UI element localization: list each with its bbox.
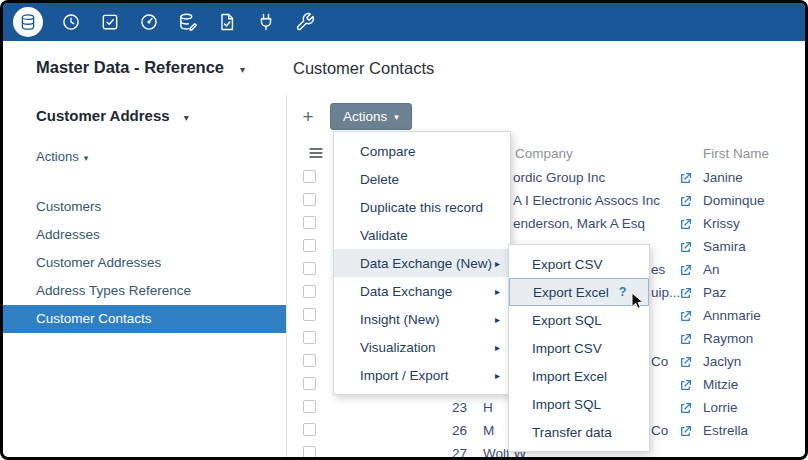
menu-item-visualization[interactable]: Visualization▸ — [334, 333, 510, 361]
menu-item-label: Duplicate this record — [360, 200, 483, 215]
company-cell: uip... — [651, 281, 680, 304]
sidebar-section-label: Customer Address — [36, 107, 170, 124]
data-exchange-submenu: Export CSVExport Excel?Export SQLImport … — [508, 244, 650, 452]
row-checkbox[interactable] — [303, 446, 316, 457]
row-checkbox[interactable] — [303, 170, 316, 183]
external-link-icon[interactable] — [679, 355, 692, 368]
external-link-icon[interactable] — [679, 286, 692, 299]
external-link-icon[interactable] — [679, 217, 692, 230]
first-name-cell: Krissy — [703, 212, 740, 235]
menu-item-label: Data Exchange (New) — [360, 256, 492, 271]
submenu-item-export-sql[interactable]: Export SQL — [509, 306, 649, 334]
add-button[interactable]: + — [295, 105, 321, 129]
menu-item-validate[interactable]: Validate — [334, 221, 510, 249]
submenu-item-label: Export Excel — [533, 285, 609, 300]
menu-item-label: Delete — [360, 172, 399, 187]
chevron-down-icon: ▾ — [84, 153, 89, 163]
menu-item-compare[interactable]: Compare — [334, 137, 510, 165]
sidebar-actions-button[interactable]: Actions▾ — [36, 149, 88, 164]
sidebar-item-customers[interactable]: Customers — [3, 193, 286, 221]
first-name-cell: Jaclyn — [703, 350, 741, 373]
chevron-down-icon: ▾ — [394, 112, 399, 122]
external-link-icon[interactable] — [679, 378, 692, 391]
column-header-first-name[interactable]: First Name — [703, 146, 769, 161]
help-icon[interactable]: ? — [619, 285, 627, 299]
row-checkbox[interactable] — [303, 216, 316, 229]
sidebar-item-customer-addresses[interactable]: Customer Addresses — [3, 249, 286, 277]
database-edit-icon[interactable] — [177, 11, 199, 33]
sidebar-item-addresses[interactable]: Addresses — [3, 221, 286, 249]
sidebar-item-address-types-reference[interactable]: Address Types Reference — [3, 277, 286, 305]
submenu-item-label: Export SQL — [532, 313, 602, 328]
company-cell: enderson, Mark A Esq — [513, 212, 645, 235]
first-name-cell: Samira — [703, 235, 746, 258]
submenu-item-export-csv[interactable]: Export CSV — [509, 250, 649, 278]
check-square-icon[interactable] — [99, 11, 121, 33]
submenu-arrow-icon: ▸ — [495, 286, 500, 297]
row-checkbox[interactable] — [303, 262, 316, 275]
row-checkbox[interactable] — [303, 308, 316, 321]
external-link-icon[interactable] — [679, 194, 692, 207]
menu-item-delete[interactable]: Delete — [334, 165, 510, 193]
gauge-icon[interactable] — [138, 11, 160, 33]
database-icon[interactable] — [13, 7, 43, 37]
module-title-label: Master Data - Reference — [36, 58, 224, 76]
column-header-company[interactable]: Company — [515, 146, 573, 161]
external-link-icon[interactable] — [679, 332, 692, 345]
row-checkbox[interactable] — [303, 193, 316, 206]
external-link-icon[interactable] — [679, 240, 692, 253]
module-selector[interactable]: Master Data - Reference▾ — [36, 58, 245, 77]
menu-item-duplicate-this-record[interactable]: Duplicate this record — [334, 193, 510, 221]
menu-item-data-exchange[interactable]: Data Exchange▸ — [334, 277, 510, 305]
row-checkbox[interactable] — [303, 285, 316, 298]
menu-item-label: Import / Export — [360, 368, 449, 383]
menu-item-label: Insight (New) — [360, 312, 440, 327]
first-name-cell: An — [703, 258, 720, 281]
row-id: 23 — [427, 396, 467, 419]
chevron-down-icon[interactable]: ▾ — [240, 64, 245, 75]
company-cell: ordic Group Inc — [513, 166, 605, 189]
external-link-icon[interactable] — [679, 309, 692, 322]
submenu-item-import-csv[interactable]: Import CSV — [509, 334, 649, 362]
submenu-arrow-icon: ▸ — [495, 258, 500, 269]
row-checkbox[interactable] — [303, 331, 316, 344]
menu-item-import-export[interactable]: Import / Export▸ — [334, 361, 510, 389]
wrench-icon[interactable] — [294, 11, 316, 33]
actions-menu: CompareDeleteDuplicate this recordValida… — [333, 131, 511, 395]
row-checkbox[interactable] — [303, 239, 316, 252]
sidebar-item-customer-contacts[interactable]: Customer Contacts — [3, 305, 286, 333]
app-window: Master Data - Reference▾ Customer Contac… — [0, 0, 808, 460]
file-check-icon[interactable] — [216, 11, 238, 33]
row-checkbox[interactable] — [303, 423, 316, 436]
menu-item-data-exchange-new[interactable]: Data Exchange (New)▸ — [334, 249, 510, 277]
submenu-item-import-sql[interactable]: Import SQL — [509, 390, 649, 418]
sidebar-section-selector[interactable]: Customer Address▾ — [36, 107, 189, 124]
submenu-item-label: Import SQL — [532, 397, 601, 412]
actions-button[interactable]: Actions▾ — [330, 103, 412, 130]
chevron-down-icon[interactable]: ▾ — [184, 112, 189, 123]
first-name-cell: Paz — [703, 281, 726, 304]
menu-item-insight-new[interactable]: Insight (New)▸ — [334, 305, 510, 333]
external-link-icon[interactable] — [679, 263, 692, 276]
submenu-item-label: Import CSV — [532, 341, 602, 356]
company-cell: M — [483, 419, 494, 442]
table-menu-icon[interactable] — [308, 145, 324, 161]
row-checkbox[interactable] — [303, 400, 316, 413]
company-cell: Co — [651, 350, 668, 373]
submenu-item-transfer-data[interactable]: Transfer data — [509, 418, 649, 446]
row-id: 27 — [427, 442, 467, 457]
external-link-icon[interactable] — [679, 171, 692, 184]
submenu-item-export-excel[interactable]: Export Excel? — [509, 278, 649, 306]
external-link-icon[interactable] — [679, 424, 692, 437]
submenu-item-import-excel[interactable]: Import Excel — [509, 362, 649, 390]
first-name-cell: Lorrie — [703, 396, 738, 419]
row-checkbox[interactable] — [303, 354, 316, 367]
plug-icon[interactable] — [255, 11, 277, 33]
submenu-item-label: Import Excel — [532, 369, 607, 384]
row-checkbox[interactable] — [303, 377, 316, 390]
submenu-arrow-icon: ▸ — [495, 314, 500, 325]
company-cell: H — [483, 396, 493, 419]
clock-icon[interactable] — [60, 11, 82, 33]
external-link-icon[interactable] — [679, 401, 692, 414]
row-id: 26 — [427, 419, 467, 442]
